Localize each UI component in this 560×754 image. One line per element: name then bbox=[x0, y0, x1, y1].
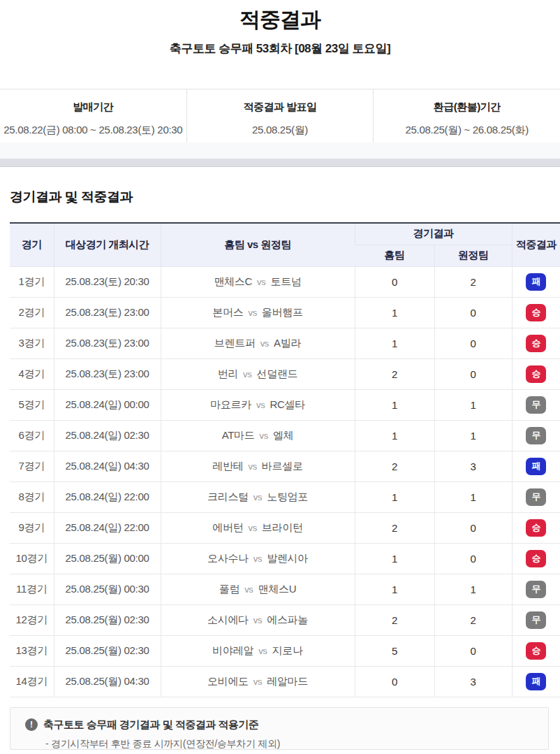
match-time-cell: 25.08.23(토) 23:00 bbox=[54, 297, 161, 328]
teams-cell: 마요르카vsRC셀타 bbox=[161, 389, 355, 420]
match-number: 11경기 bbox=[16, 583, 47, 595]
match-number: 2경기 bbox=[19, 306, 45, 318]
match-number: 10경기 bbox=[16, 552, 48, 564]
match-result-table: 경기 대상경기 개최시간 홈팀 vs 원정팀 경기결과 적중결과 홈팀 원정팀 … bbox=[10, 222, 560, 697]
table-row: 12경기 25.08.25(월) 02:30 소시에다vs에스파놀 2 2 무 bbox=[10, 604, 560, 635]
match-number: 6경기 bbox=[19, 429, 45, 441]
vs-label: vs bbox=[260, 338, 269, 349]
match-time-cell: 25.08.23(토) 20:30 bbox=[54, 266, 161, 297]
result-badge: 승 bbox=[526, 519, 546, 537]
match-number-cell: 3경기 bbox=[10, 328, 54, 358]
team-matchup: 소시에다vs에스파놀 bbox=[207, 614, 308, 625]
table-row: 8경기 25.08.24(일) 22:00 크리스털vs노팅엄포 1 1 무 bbox=[10, 481, 560, 512]
away-score-cell: 0 bbox=[434, 543, 512, 574]
away-score-cell: 2 bbox=[434, 604, 512, 635]
home-score-cell: 2 bbox=[355, 358, 434, 389]
away-team-name: 울버햄프 bbox=[262, 306, 303, 318]
home-team-name: 비야레알 bbox=[212, 644, 253, 656]
match-number: 12경기 bbox=[16, 614, 48, 625]
match-time-cell: 25.08.23(토) 23:00 bbox=[54, 328, 161, 358]
result-badge: 승 bbox=[526, 304, 546, 321]
header-home-score: 홈팀 bbox=[355, 245, 434, 266]
vs-label: vs bbox=[256, 400, 265, 410]
info-cell-refund-period: 환급(환불)기간 25.08.25(월) ~ 26.08.25(화) bbox=[373, 89, 560, 143]
home-score: 1 bbox=[392, 338, 397, 349]
match-time: 25.08.24(일) 00:00 bbox=[66, 398, 149, 410]
hit-result-cell: 무 bbox=[512, 604, 560, 635]
away-score-cell: 0 bbox=[434, 297, 512, 328]
hit-result-cell: 무 bbox=[512, 574, 560, 604]
divider-strip-light bbox=[0, 143, 560, 159]
away-team-name: 노팅엄포 bbox=[267, 491, 308, 502]
match-number: 9경기 bbox=[19, 521, 45, 533]
away-team-name: 엘체 bbox=[273, 429, 293, 441]
teams-cell: 에버턴vs브라이턴 bbox=[161, 512, 355, 543]
table-row: 11경기 25.08.25(월) 00:30 풀럼vs맨체스U 1 1 무 bbox=[10, 574, 560, 604]
away-score: 0 bbox=[470, 307, 476, 319]
vs-label: vs bbox=[253, 553, 262, 564]
vs-label: vs bbox=[257, 277, 265, 287]
away-score-cell: 3 bbox=[434, 451, 512, 481]
match-number: 8경기 bbox=[19, 491, 45, 502]
result-badge: 무 bbox=[526, 488, 546, 506]
match-time: 25.08.25(월) 00:30 bbox=[66, 583, 149, 595]
match-number: 4경기 bbox=[19, 368, 45, 379]
table-row: 6경기 25.08.24(일) 02:30 AT마드vs엘체 1 1 무 bbox=[10, 420, 560, 451]
hit-result-cell: 승 bbox=[512, 543, 560, 574]
away-team-name: RC셀타 bbox=[270, 398, 304, 410]
match-time: 25.08.24(일) 04:30 bbox=[66, 460, 149, 472]
match-number-cell: 7경기 bbox=[10, 451, 54, 481]
vs-label: vs bbox=[253, 676, 262, 687]
vs-label: vs bbox=[253, 615, 262, 625]
page-title: 적중결과 bbox=[0, 0, 560, 33]
criteria-detail: - 경기시작부터 후반 종료 시까지(연장전/승부차기 제외) bbox=[45, 738, 548, 751]
match-number-cell: 10경기 bbox=[10, 543, 54, 574]
header-time: 대상경기 개최시간 bbox=[54, 223, 161, 266]
home-score: 0 bbox=[392, 676, 397, 688]
match-number-cell: 9경기 bbox=[10, 512, 54, 543]
match-number-cell: 12경기 bbox=[10, 604, 54, 635]
hit-result-cell: 패 bbox=[512, 451, 560, 481]
match-time-cell: 25.08.24(일) 04:30 bbox=[54, 451, 161, 481]
team-matchup: 풀럼vs맨체스U bbox=[219, 583, 296, 595]
team-matchup: 비야레알vs지로나 bbox=[212, 644, 302, 656]
away-team-name: A빌라 bbox=[274, 337, 301, 349]
home-team-name: 크리스털 bbox=[207, 491, 249, 502]
result-badge: 무 bbox=[526, 427, 546, 444]
teams-cell: 본머스vs울버햄프 bbox=[161, 297, 355, 328]
sale-period-label: 발매기간 bbox=[0, 101, 186, 114]
match-time: 25.08.25(월) 02:30 bbox=[66, 644, 149, 656]
announce-date-value: 25.08.25(월) bbox=[187, 124, 374, 137]
match-time-cell: 25.08.24(일) 22:00 bbox=[54, 512, 161, 543]
home-team-name: AT마드 bbox=[222, 429, 255, 441]
home-score: 2 bbox=[392, 614, 397, 626]
round-subtitle: 축구토토 승무패 53회차 [08월 23일 토요일] bbox=[0, 41, 560, 56]
match-time: 25.08.24(일) 22:00 bbox=[66, 491, 149, 502]
home-score-cell: 0 bbox=[355, 666, 434, 697]
hit-result-cell: 승 bbox=[512, 297, 560, 328]
match-time: 25.08.23(토) 20:30 bbox=[66, 275, 149, 287]
table-row: 5경기 25.08.24(일) 00:00 마요르카vsRC셀타 1 1 무 bbox=[10, 389, 560, 420]
home-score-cell: 1 bbox=[355, 543, 434, 574]
team-matchup: 본머스vs울버햄프 bbox=[212, 306, 302, 318]
table-row: 10경기 25.08.25(월) 00:00 오사수나vs발렌시아 1 0 승 bbox=[10, 543, 560, 574]
away-score-cell: 0 bbox=[434, 328, 512, 358]
match-time-cell: 25.08.24(일) 22:00 bbox=[54, 481, 161, 512]
home-team-name: 레반테 bbox=[212, 460, 243, 472]
home-team-name: 브렌트퍼 bbox=[214, 337, 256, 349]
hit-result-cell: 승 bbox=[512, 328, 560, 358]
table-body: 1경기 25.08.23(토) 20:30 맨체스Cvs토트넘 0 2 패 2경… bbox=[10, 266, 560, 697]
away-score-cell: 0 bbox=[434, 635, 512, 666]
away-score: 1 bbox=[470, 583, 476, 595]
table-row: 14경기 25.08.25(월) 04:30 오비에도vs레알마드 0 3 패 bbox=[10, 666, 560, 697]
match-number: 7경기 bbox=[19, 460, 45, 472]
match-number-cell: 1경기 bbox=[10, 266, 54, 297]
match-number: 13경기 bbox=[16, 644, 48, 656]
hit-result-cell: 승 bbox=[512, 358, 560, 389]
hit-result-page: 적중결과 축구토토 승무패 53회차 [08월 23일 토요일] 발매기간 25… bbox=[0, 0, 560, 754]
home-score: 1 bbox=[392, 553, 397, 565]
result-badge: 승 bbox=[526, 365, 546, 383]
result-badge: 패 bbox=[526, 673, 546, 690]
table-row: 13경기 25.08.25(월) 02:30 비야레알vs지로나 5 0 승 bbox=[10, 635, 560, 666]
teams-cell: 풀럼vs맨체스U bbox=[161, 574, 355, 604]
